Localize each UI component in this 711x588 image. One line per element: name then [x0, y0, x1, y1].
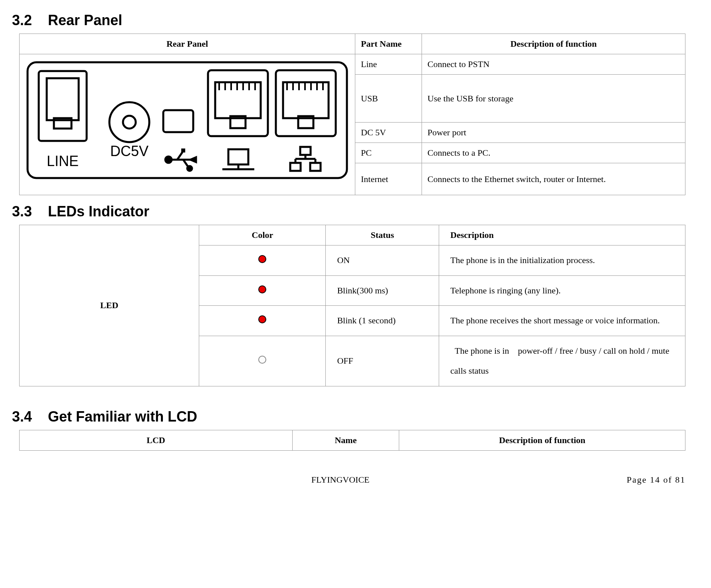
- section-3-3-heading: 3.3 LEDs Indicator: [12, 203, 699, 220]
- section-3-3-title: LEDs Indicator: [48, 203, 149, 220]
- leds-header-status: Status: [326, 225, 439, 245]
- lcd-header-lcd: LCD: [20, 430, 293, 450]
- desc-internet: Connects to the Ethernet switch, router …: [422, 163, 685, 195]
- svg-line-9: [177, 152, 182, 160]
- led-color-cell: [199, 245, 326, 276]
- rear-panel-header-row: Rear Panel Part Name Description of func…: [20, 34, 685, 54]
- section-3-4-number: 3.4: [12, 408, 32, 425]
- footer-left-spacer: [19, 475, 99, 485]
- diagram-dc5v-label: DC5V: [110, 143, 149, 159]
- lcd-header-row: LCD Name Description of function: [20, 430, 685, 450]
- part-name-usb: USB: [355, 75, 422, 123]
- svg-rect-36: [300, 147, 311, 155]
- lcd-table: LCD Name Description of function: [19, 430, 685, 451]
- svg-point-5: [123, 116, 136, 129]
- rear-panel-header-desc: Description of function: [422, 34, 685, 54]
- led-status-blink1s: Blink (1 second): [326, 306, 439, 336]
- led-desc-blink1s: The phone receives the short message or …: [439, 306, 685, 336]
- desc-dc5v: Power port: [422, 123, 685, 143]
- part-name-internet: Internet: [355, 163, 422, 195]
- led-desc-on: The phone is in the initialization proce…: [439, 245, 685, 276]
- svg-rect-26: [276, 70, 336, 136]
- lcd-header-desc: Description of function: [399, 430, 685, 450]
- svg-point-12: [187, 166, 192, 171]
- svg-rect-38: [310, 163, 321, 171]
- led-status-on: ON: [326, 245, 439, 276]
- led-desc-blink300: Telephone is ringing (any line).: [439, 275, 685, 306]
- section-3-4-title: Get Familiar with LCD: [48, 408, 197, 425]
- part-name-pc: PC: [355, 143, 422, 163]
- part-name-line: Line: [355, 54, 422, 75]
- svg-rect-23: [228, 149, 248, 164]
- led-red-icon: [258, 315, 266, 323]
- part-name-dc5v: DC 5V: [355, 123, 422, 143]
- led-status-off: OFF: [326, 336, 439, 386]
- footer-page-number: Page 14 of 81: [582, 475, 685, 485]
- desc-usb: Use the USB for storage: [422, 75, 685, 123]
- svg-rect-13: [208, 70, 268, 136]
- led-desc-off: The phone is in power-off / free / busy …: [439, 336, 685, 386]
- diagram-line-label: LINE: [47, 153, 79, 169]
- section-3-3-number: 3.3: [12, 203, 32, 220]
- leds-table: LED Color Status Description ON The phon…: [19, 225, 685, 386]
- led-status-blink300: Blink(300 ms): [326, 275, 439, 306]
- rear-panel-diagram-icon: LINE DC5V: [24, 58, 351, 182]
- section-3-4-heading: 3.4 Get Familiar with LCD: [12, 408, 699, 425]
- leds-header-row: LED Color Status Description: [20, 225, 685, 245]
- leds-header-desc: Description: [439, 225, 685, 245]
- led-red-icon: [258, 255, 266, 263]
- section-3-2-number: 3.2: [12, 12, 32, 29]
- table-row: LINE DC5V: [20, 54, 685, 75]
- desc-line: Connect to PSTN: [422, 54, 685, 75]
- svg-point-4: [109, 102, 149, 142]
- svg-rect-2: [47, 78, 79, 120]
- led-color-cell: [199, 275, 326, 306]
- led-red-icon: [258, 285, 266, 293]
- led-off-icon: [258, 356, 266, 364]
- footer-brand: FLYINGVOICE: [99, 475, 582, 485]
- section-3-2-heading: 3.2 Rear Panel: [12, 12, 699, 29]
- svg-rect-10: [181, 148, 185, 152]
- rear-panel-table: Rear Panel Part Name Description of func…: [19, 34, 685, 195]
- lcd-header-name: Name: [293, 430, 399, 450]
- svg-rect-37: [290, 163, 301, 171]
- rear-panel-diagram-cell: LINE DC5V: [20, 54, 355, 195]
- section-3-2-title: Rear Panel: [48, 12, 122, 28]
- rear-panel-header-part-name: Part Name: [355, 34, 422, 54]
- leds-label-cell: LED: [20, 225, 199, 386]
- rear-panel-header-left: Rear Panel: [20, 34, 355, 54]
- led-color-cell: [199, 306, 326, 336]
- svg-rect-6: [163, 110, 193, 132]
- desc-pc: Connects to a PC.: [422, 143, 685, 163]
- leds-header-color: Color: [199, 225, 326, 245]
- led-color-cell: [199, 336, 326, 386]
- page-footer: FLYINGVOICE Page 14 of 81: [19, 475, 685, 485]
